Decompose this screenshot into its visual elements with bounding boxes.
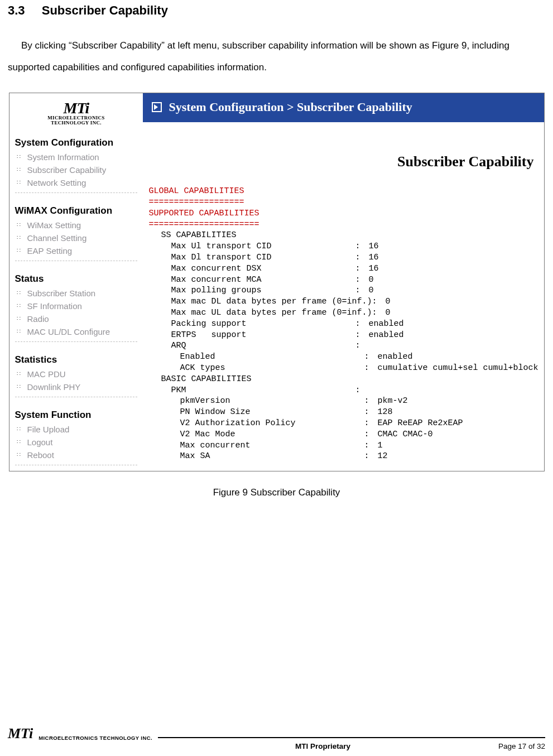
capability-row: Max concurrent: 1: [148, 440, 538, 451]
capability-row: Packing support: enabled: [148, 319, 538, 330]
bullet-icon: ∷: [16, 384, 22, 390]
nav-item[interactable]: ∷SF Information: [15, 300, 138, 312]
bullet-icon: ∷: [16, 248, 22, 254]
capability-key: Max mac UL data bytes per frame (0=inf.): [171, 307, 372, 319]
kv-separator: :: [355, 340, 368, 351]
main-panel: System Configuration > Subscriber Capabi…: [143, 93, 544, 465]
section-number: 3.3: [8, 3, 25, 18]
capability-row: PN Window Size: 128: [148, 407, 538, 418]
footer-center: MTI Proprietary: [295, 742, 350, 750]
capability-key: Max Ul transport CID: [171, 241, 355, 252]
kv-separator: :: [364, 429, 377, 440]
nav-item[interactable]: ∷WiMax Setting: [15, 219, 138, 232]
capability-value: 12: [377, 451, 538, 462]
capability-key: ERTPS support: [171, 330, 355, 341]
bullet-icon: ∷: [16, 427, 22, 432]
capability-key: ARQ: [171, 340, 355, 351]
nav-item[interactable]: ∷Network Setting: [15, 176, 138, 189]
capability-key: ACK types: [180, 363, 364, 374]
kv-separator: :: [355, 385, 368, 396]
capability-key: Packing support: [171, 319, 355, 330]
capability-row: pkmVersion: pkm-v2: [148, 396, 538, 407]
nav-group: System Configuration∷System Information∷…: [15, 137, 138, 193]
capability-value: 0: [386, 296, 538, 307]
nav-separator: [15, 192, 138, 193]
bullet-icon: ∷: [16, 440, 22, 445]
capability-row: Max concurrent DSX: 16: [148, 263, 538, 275]
footer-logo-sub: MICROELECTRONICS TECHNOLOGY INC.: [39, 735, 152, 741]
screenshot-figure: MTi MICROELECTRONICS TECHNOLOGY INC. Sys…: [9, 93, 545, 471]
capability-value: 0: [368, 285, 538, 296]
nav-item[interactable]: ∷System Information: [15, 151, 138, 163]
capability-value: 128: [377, 407, 538, 418]
capability-value: enabled: [377, 351, 538, 363]
kv-separator: :: [355, 319, 368, 330]
company-logo: MTi MICROELECTRONICS TECHNOLOGY INC.: [26, 102, 126, 125]
nav-item[interactable]: ∷Channel Setting: [15, 232, 138, 244]
nav-item-label: SF Information: [27, 301, 82, 311]
kv-separator: :: [364, 440, 377, 451]
nav-item[interactable]: ∷Subscriber Station: [15, 287, 138, 300]
nav-item-label: Subscriber Capability: [27, 165, 107, 175]
nav-item-label: File Upload: [27, 425, 70, 434]
nav-item[interactable]: ∷EAP Setting: [15, 244, 138, 257]
nav-item[interactable]: ∷Logout: [15, 436, 138, 449]
kv-separator: :: [355, 263, 368, 275]
nav-item[interactable]: ∷MAC PDU: [15, 368, 138, 381]
capability-key: Max concurrent MCA: [171, 275, 355, 286]
nav-item-label: Reboot: [27, 450, 54, 460]
bullet-icon: ∷: [16, 223, 22, 228]
capability-row: ERTPS support: enabled: [148, 330, 538, 341]
capability-row: Max SA: 12: [148, 451, 538, 462]
capability-key: V2 Authorization Policy: [180, 418, 364, 429]
nav-separator: [15, 465, 138, 465]
nav-group-title: System Configuration: [15, 137, 138, 148]
nav-item-label: Radio: [27, 314, 49, 324]
nav-separator: [15, 261, 138, 261]
capability-row: Max polling groups: 0: [148, 285, 538, 296]
capability-row: Max concurrent MCA: 0: [148, 275, 538, 286]
capability-value: CMAC CMAC-0: [377, 429, 538, 440]
breadcrumb-icon: [152, 102, 162, 112]
kv-separator: :: [364, 396, 377, 407]
capability-row: V2 Authorization Policy: EAP ReEAP Re2xE…: [148, 418, 538, 429]
nav-item[interactable]: ∷Downlink PHY: [15, 381, 138, 393]
bullet-icon: ∷: [16, 329, 22, 335]
capability-value: enabled: [368, 319, 538, 330]
bullet-icon: ∷: [16, 291, 22, 296]
capability-header: SUPPORTED CAPABILITIES: [148, 208, 538, 219]
nav-group-title: Statistics: [15, 354, 138, 365]
capability-header: ======================: [148, 219, 538, 230]
nav-item[interactable]: ∷Reboot: [15, 449, 138, 461]
capability-value: EAP ReEAP Re2xEAP: [377, 418, 538, 429]
kv-separator: :: [364, 407, 377, 418]
nav-item[interactable]: ∷Subscriber Capability: [15, 163, 138, 176]
capability-key: PKM: [171, 385, 355, 396]
nav-item[interactable]: ∷MAC UL/DL Configure: [15, 325, 138, 338]
footer-page: Page 17 of 32: [498, 742, 545, 750]
panel-heading: Subscriber Capability: [148, 128, 538, 186]
nav-group-title: WiMAX Configuration: [15, 205, 138, 216]
nav-group: Statistics∷MAC PDU∷Downlink PHY: [15, 354, 138, 397]
nav-group: Status∷Subscriber Station∷SF Information…: [15, 273, 138, 342]
nav-item-label: Logout: [27, 437, 53, 447]
logo-line2: TECHNOLOGY INC.: [26, 121, 126, 125]
nav-item[interactable]: ∷Radio: [15, 312, 138, 325]
nav-item-label: Channel Setting: [27, 233, 87, 243]
capability-subsection: BASIC CAPABILITIES: [148, 374, 538, 385]
capability-row: Max Ul transport CID: 16: [148, 241, 538, 252]
capability-row: Max mac UL data bytes per frame (0=inf.)…: [148, 307, 538, 319]
footer-rule: [158, 737, 545, 738]
bullet-icon: ∷: [16, 180, 22, 186]
capability-key: pkmVersion: [180, 396, 364, 407]
capability-value: 1: [377, 440, 538, 451]
capability-subsection: SS CAPABILITIES: [148, 230, 538, 241]
capability-value: cumulative cumul+sel cumul+block: [377, 363, 538, 374]
capability-key: Max concurrent DSX: [171, 263, 355, 275]
capability-row: Max Dl transport CID: 16: [148, 252, 538, 263]
nav-item[interactable]: ∷File Upload: [15, 423, 138, 436]
kv-separator: :: [355, 241, 368, 252]
footer-logo: MTi: [8, 726, 33, 741]
capability-output: GLOBAL CAPABILITIES===================SU…: [148, 186, 538, 462]
section-paragraph: By clicking “Subscriber Capability” at l…: [8, 35, 545, 78]
